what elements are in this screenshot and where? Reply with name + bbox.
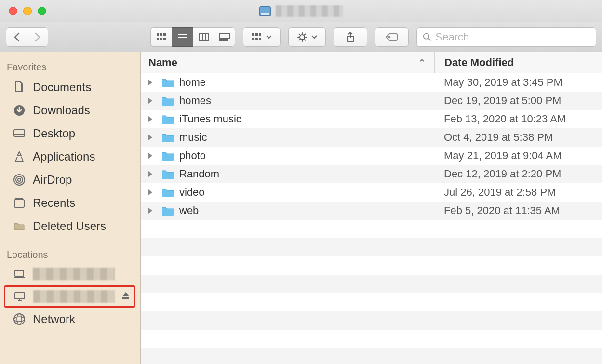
table-row[interactable]: homesDec 19, 2019 at 5:00 PM: [141, 92, 602, 110]
disclosure-triangle-icon[interactable]: [147, 186, 158, 199]
folder-icon: [161, 95, 174, 106]
table-row[interactable]: homeMay 30, 2019 at 3:45 PM: [141, 73, 602, 92]
sidebar-item-label: Applications: [33, 150, 95, 163]
favorites-heading: Favorites: [0, 59, 140, 76]
sidebar-item-downloads[interactable]: Downloads: [0, 99, 140, 122]
sidebar-item-label: Downloads: [33, 104, 90, 117]
sidebar-item-airdrop[interactable]: AirDrop: [0, 168, 140, 191]
folder-icon: [161, 169, 174, 179]
display-icon: [13, 290, 27, 303]
file-date: Feb 5, 2020 at 11:35 AM: [434, 204, 602, 217]
disclosure-triangle-icon[interactable]: [147, 131, 158, 144]
action-menu-button[interactable]: [288, 27, 326, 47]
titlebar: [0, 0, 602, 22]
svg-line-27: [299, 34, 300, 35]
file-name: video: [179, 186, 434, 199]
eject-icon[interactable]: [121, 291, 130, 302]
svg-point-51: [14, 314, 25, 324]
table-row[interactable]: RandomDec 12, 2019 at 2:20 PM: [141, 165, 602, 183]
svg-rect-9: [199, 33, 209, 41]
network-icon: [13, 312, 26, 326]
svg-point-52: [14, 317, 25, 322]
table-row[interactable]: iTunes musicFeb 13, 2020 at 10:23 AM: [141, 110, 602, 128]
svg-rect-45: [15, 270, 24, 276]
file-date: May 21, 2019 at 9:04 AM: [434, 149, 602, 162]
applications-icon: [13, 150, 26, 163]
table-row[interactable]: videoJul 26, 2019 at 2:58 PM: [141, 183, 602, 202]
location-label-redacted: [33, 290, 115, 303]
locations-heading: Locations: [0, 246, 140, 263]
minimize-window-button[interactable]: [23, 7, 32, 15]
close-window-button[interactable]: [9, 7, 17, 15]
table-row[interactable]: webFeb 5, 2020 at 11:35 AM: [141, 202, 602, 220]
disclosure-triangle-icon[interactable]: [147, 204, 158, 217]
svg-rect-4: [160, 38, 162, 40]
column-header-date[interactable]: Date Modified: [434, 52, 602, 73]
sidebar-item-deleted-users[interactable]: Deleted Users: [0, 215, 140, 238]
svg-rect-16: [252, 33, 254, 36]
gallery-view-button[interactable]: [214, 27, 235, 47]
folder-icon: [161, 132, 174, 143]
svg-rect-14: [223, 40, 225, 41]
column-view-button[interactable]: [193, 27, 214, 47]
svg-rect-42: [14, 200, 24, 207]
forward-button[interactable]: [27, 27, 48, 47]
svg-rect-44: [16, 198, 23, 200]
svg-rect-21: [259, 38, 261, 40]
column-header-name[interactable]: Name ⌃: [141, 56, 434, 69]
file-name: iTunes music: [179, 113, 434, 125]
svg-line-35: [428, 38, 431, 40]
sidebar-item-applications[interactable]: Applications: [0, 145, 140, 168]
file-name: music: [179, 131, 434, 144]
svg-rect-18: [259, 33, 261, 36]
sidebar-item-recents[interactable]: Recents: [0, 191, 140, 215]
file-date: Oct 4, 2019 at 5:38 PM: [434, 131, 602, 144]
svg-point-22: [300, 35, 305, 40]
disclosure-triangle-icon[interactable]: [147, 94, 158, 107]
location-item-2[interactable]: Network: [0, 309, 140, 330]
search-icon: [423, 32, 431, 42]
sidebar-item-label: AirDrop: [33, 173, 72, 187]
location-item-0[interactable]: [0, 263, 140, 284]
svg-rect-0: [157, 33, 159, 36]
share-button[interactable]: [334, 27, 367, 47]
sort-ascending-icon: ⌃: [418, 57, 426, 68]
svg-rect-13: [220, 40, 222, 41]
svg-point-39: [18, 178, 21, 181]
fullscreen-window-button[interactable]: [38, 7, 46, 15]
sidebar-item-label: Deleted Users: [33, 219, 106, 233]
disclosure-triangle-icon[interactable]: [147, 149, 158, 162]
file-date: Dec 12, 2019 at 2:20 PM: [434, 168, 602, 180]
folder-icon: [13, 219, 26, 233]
window-title-redacted: [276, 5, 343, 17]
svg-point-33: [389, 36, 390, 38]
file-name: web: [179, 204, 434, 217]
folder-icon: [161, 150, 174, 161]
sidebar-item-documents[interactable]: Documents: [0, 76, 140, 99]
search-field[interactable]: [416, 27, 596, 47]
svg-point-53: [17, 314, 22, 324]
arrange-buttons: [243, 27, 281, 47]
list-view-button[interactable]: [172, 27, 193, 47]
svg-rect-1: [160, 33, 162, 36]
icon-view-button[interactable]: [150, 27, 172, 47]
table-row[interactable]: musicOct 4, 2019 at 5:38 PM: [141, 128, 602, 147]
sidebar-item-desktop[interactable]: Desktop: [0, 122, 140, 145]
traffic-lights: [0, 7, 46, 15]
location-item-label: Network: [33, 312, 75, 326]
recents-icon: [13, 196, 26, 210]
arrange-button[interactable]: [243, 27, 281, 47]
list-header: Name ⌃ Date Modified: [141, 52, 602, 73]
tags-button[interactable]: [375, 27, 409, 47]
back-button[interactable]: [6, 27, 27, 47]
search-input[interactable]: [435, 31, 590, 43]
disclosure-triangle-icon[interactable]: [147, 113, 158, 125]
disclosure-triangle-icon[interactable]: [147, 168, 158, 180]
location-item-1[interactable]: [4, 285, 135, 308]
table-row[interactable]: photoMay 21, 2019 at 9:04 AM: [141, 147, 602, 165]
downloads-icon: [13, 104, 26, 117]
file-date: Dec 19, 2019 at 5:00 PM: [434, 94, 602, 107]
file-date: May 30, 2019 at 3:45 PM: [434, 76, 602, 89]
disclosure-triangle-icon[interactable]: [147, 76, 158, 89]
sidebar-item-label: Desktop: [33, 127, 75, 140]
